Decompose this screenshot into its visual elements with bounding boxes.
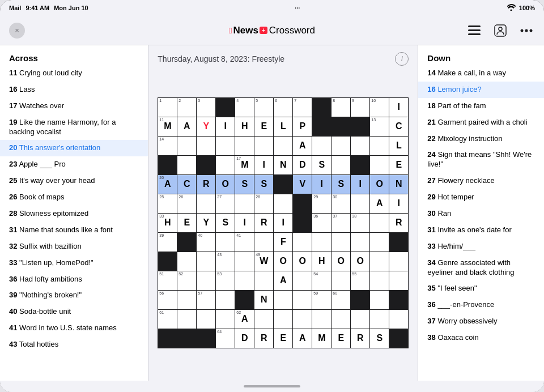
- cell-4-10[interactable]: I: [351, 175, 369, 194]
- cell-8-2[interactable]: [197, 252, 215, 271]
- cell-9-2[interactable]: [197, 271, 215, 290]
- cell-9-12[interactable]: [389, 271, 408, 290]
- cell-12-2[interactable]: [197, 329, 215, 348]
- cell-6-12[interactable]: R: [389, 214, 408, 232]
- cell-8-8[interactable]: H: [312, 252, 331, 271]
- cell-5-12[interactable]: I: [389, 194, 408, 213]
- cell-12-10[interactable]: R: [351, 329, 369, 348]
- across-clue-19[interactable]: 19 Like the name Harmony, for a backing …: [0, 114, 148, 140]
- cell-11-11[interactable]: [370, 310, 389, 329]
- cell-1-10[interactable]: [351, 117, 369, 136]
- cell-8-0[interactable]: [158, 252, 177, 271]
- cell-3-3[interactable]: [216, 156, 235, 174]
- cell-2-5[interactable]: [254, 137, 273, 155]
- cell-0-3[interactable]: [216, 98, 235, 117]
- cell-12-6[interactable]: E: [274, 329, 292, 348]
- cell-1-9[interactable]: [332, 117, 350, 136]
- cell-1-8[interactable]: [312, 117, 331, 136]
- cell-8-5[interactable]: 49W: [254, 252, 273, 271]
- cell-6-5[interactable]: R: [254, 214, 273, 232]
- across-clue-39[interactable]: 39 "Nothing's broken!": [0, 287, 148, 304]
- cell-10-10[interactable]: [351, 291, 369, 309]
- cell-5-0[interactable]: 25: [158, 194, 177, 213]
- cell-4-7[interactable]: V: [293, 175, 312, 194]
- cell-12-0[interactable]: [158, 329, 177, 348]
- cell-0-10[interactable]: 9: [351, 98, 369, 117]
- cell-7-6[interactable]: F: [274, 233, 292, 252]
- cell-4-0[interactable]: 20A: [158, 175, 177, 194]
- cell-9-11[interactable]: [370, 271, 389, 290]
- cell-0-2[interactable]: 3: [197, 98, 215, 117]
- cell-9-1[interactable]: 52: [177, 271, 196, 290]
- cell-3-7[interactable]: D: [293, 156, 312, 174]
- cell-12-4[interactable]: D: [235, 329, 254, 348]
- cell-6-10[interactable]: 38: [351, 214, 369, 232]
- cell-6-4[interactable]: I: [235, 214, 254, 232]
- cell-3-11[interactable]: [370, 156, 389, 174]
- cell-3-0[interactable]: [158, 156, 177, 174]
- cell-7-7[interactable]: [293, 233, 312, 252]
- crossword-grid[interactable]: 12345678910I11MAYIHELP13C14AL17MINDSE20A…: [158, 97, 409, 348]
- cell-9-4[interactable]: [235, 271, 254, 290]
- across-clue-32[interactable]: 32 Suffix with bazillion: [0, 238, 148, 255]
- cell-4-3[interactable]: O: [216, 175, 235, 194]
- cell-11-8[interactable]: [312, 310, 331, 329]
- cell-5-6[interactable]: [274, 194, 292, 213]
- cell-6-8[interactable]: 36: [312, 214, 331, 232]
- across-clue-40[interactable]: 40 Soda-bottle unit: [0, 304, 148, 320]
- cell-0-11[interactable]: 10: [370, 98, 389, 117]
- cell-2-8[interactable]: [312, 137, 331, 155]
- cell-10-2[interactable]: 57: [197, 291, 215, 309]
- cell-1-7[interactable]: P: [293, 117, 312, 136]
- cell-1-3[interactable]: I: [216, 117, 235, 136]
- cell-0-4[interactable]: 4: [235, 98, 254, 117]
- cell-7-1[interactable]: [177, 233, 196, 252]
- cell-11-7[interactable]: [293, 310, 312, 329]
- cell-7-3[interactable]: [216, 233, 235, 252]
- cell-5-2[interactable]: [197, 194, 215, 213]
- cell-0-1[interactable]: 2: [177, 98, 196, 117]
- cell-11-1[interactable]: [177, 310, 196, 329]
- cell-1-2[interactable]: Y: [197, 117, 215, 136]
- cell-4-9[interactable]: S: [332, 175, 350, 194]
- cell-2-6[interactable]: [274, 137, 292, 155]
- cell-11-5[interactable]: [254, 310, 273, 329]
- cell-8-3[interactable]: 43: [216, 252, 235, 271]
- cell-11-12[interactable]: [389, 310, 408, 329]
- down-clue-29[interactable]: 29 Hot temper: [418, 189, 544, 206]
- down-clue-18[interactable]: 18 Part of the fam: [418, 98, 544, 114]
- cell-9-3[interactable]: 53: [216, 271, 235, 290]
- cell-8-9[interactable]: O: [332, 252, 350, 271]
- cell-5-9[interactable]: 30: [332, 194, 350, 213]
- cell-0-0[interactable]: 1: [158, 98, 177, 117]
- cell-2-12[interactable]: L: [389, 137, 408, 155]
- cell-9-0[interactable]: 51: [158, 271, 177, 290]
- more-options-button[interactable]: [518, 22, 535, 39]
- cell-7-2[interactable]: 40: [197, 233, 215, 252]
- across-clue-41[interactable]: 41 Word in two U.S. state names: [0, 320, 148, 336]
- cell-5-3[interactable]: 27: [216, 194, 235, 213]
- profile-button[interactable]: [492, 22, 509, 39]
- cell-9-5[interactable]: [254, 271, 273, 290]
- cell-9-6[interactable]: A: [274, 271, 292, 290]
- cell-6-7[interactable]: [293, 214, 312, 232]
- grid-container[interactable]: 12345678910I11MAYIHELP13C14AL17MINDSE20A…: [158, 71, 409, 374]
- cell-12-11[interactable]: S: [370, 329, 389, 348]
- cell-10-11[interactable]: [370, 291, 389, 309]
- cell-6-11[interactable]: [370, 214, 389, 232]
- cell-3-4[interactable]: 17M: [235, 156, 254, 174]
- cell-7-11[interactable]: [370, 233, 389, 252]
- down-clue-38[interactable]: 38 Oaxaca coin: [418, 330, 544, 346]
- cell-2-2[interactable]: [197, 137, 215, 155]
- cell-7-10[interactable]: [351, 233, 369, 252]
- cell-11-3[interactable]: [216, 310, 235, 329]
- cell-0-5[interactable]: 5: [254, 98, 273, 117]
- cell-7-5[interactable]: [254, 233, 273, 252]
- cell-6-1[interactable]: E: [177, 214, 196, 232]
- cell-10-0[interactable]: 56: [158, 291, 177, 309]
- cell-9-7[interactable]: [293, 271, 312, 290]
- cell-2-0[interactable]: 14: [158, 137, 177, 155]
- cell-10-12[interactable]: [389, 291, 408, 309]
- cell-4-5[interactable]: S: [254, 175, 273, 194]
- cell-3-5[interactable]: I: [254, 156, 273, 174]
